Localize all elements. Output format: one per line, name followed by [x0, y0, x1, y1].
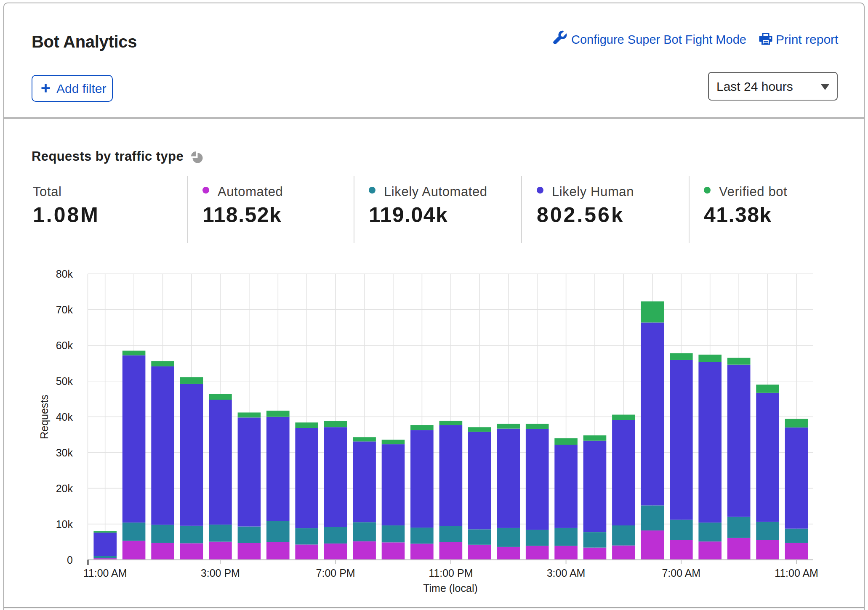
svg-text:30k: 30k [56, 447, 73, 459]
svg-text:7:00 PM: 7:00 PM [316, 567, 355, 579]
svg-text:70k: 70k [56, 304, 73, 316]
svg-text:3:00 AM: 3:00 AM [547, 567, 586, 579]
svg-text:11:00 AM: 11:00 AM [83, 567, 127, 579]
svg-text:40k: 40k [56, 411, 73, 423]
svg-text:11:00 PM: 11:00 PM [429, 567, 473, 579]
svg-text:0: 0 [67, 554, 73, 566]
svg-text:7:00 AM: 7:00 AM [662, 567, 700, 579]
svg-text:Requests: Requests [38, 395, 50, 439]
svg-text:10k: 10k [56, 518, 73, 530]
svg-text:80k: 80k [56, 268, 73, 280]
svg-text:20k: 20k [56, 483, 73, 494]
svg-text:3:00 PM: 3:00 PM [201, 567, 240, 579]
svg-text:60k: 60k [56, 339, 73, 351]
svg-text:Time (local): Time (local) [423, 582, 478, 594]
svg-text:11:00 AM: 11:00 AM [775, 567, 818, 579]
svg-text:50k: 50k [56, 375, 73, 387]
